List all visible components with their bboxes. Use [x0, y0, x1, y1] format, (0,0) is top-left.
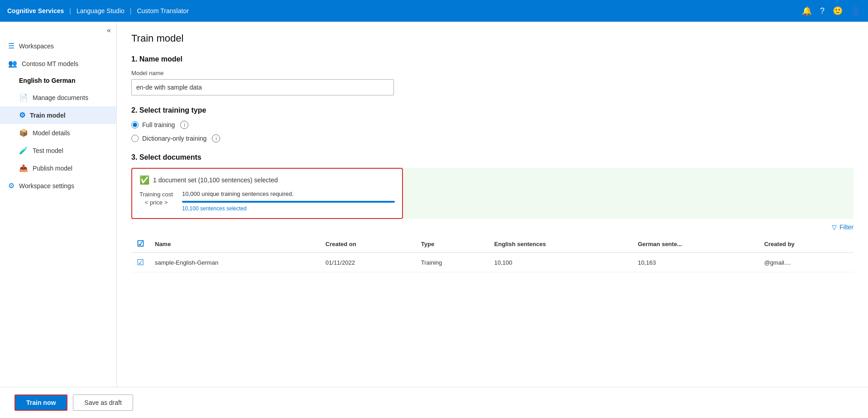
sidebar-item-test-model[interactable]: 🧪 Test model	[0, 142, 116, 159]
full-training-info-icon[interactable]: i	[180, 121, 188, 129]
top-nav: Cognitive Services | Language Studio | C…	[0, 0, 868, 22]
filter-row: ▽ Filter	[131, 219, 854, 233]
cost-detail-text: 10,000 unique training sentences require…	[182, 190, 395, 197]
test-model-icon: 🧪	[19, 146, 28, 155]
col-header-name: Name	[149, 235, 320, 253]
workspaces-label: Workspaces	[19, 43, 108, 50]
sidebar-item-manage-documents[interactable]: 📄 Manage documents	[0, 89, 116, 106]
col-header-check: ☑	[131, 235, 149, 253]
training-type-group: Full training i Dictionary-only training…	[131, 121, 854, 142]
doc-selected-header: ✅ 1 document set (10,100 sentences) sele…	[139, 175, 395, 185]
workspace-settings-label: Workspace settings	[19, 182, 108, 190]
green-spacer	[403, 168, 854, 219]
row-english-sentences: 10,100	[489, 253, 633, 272]
sidebar-item-contoso[interactable]: 👥 Contoso MT models	[0, 55, 116, 72]
col-header-english-sentences: English sentences	[489, 235, 633, 253]
dict-only-label: Dictionary-only training	[142, 135, 206, 142]
dict-only-option[interactable]: Dictionary-only training i	[131, 134, 854, 142]
row-name: sample-English-German	[149, 253, 320, 272]
help-icon[interactable]: ?	[820, 6, 825, 16]
nav-sep-2: |	[130, 7, 132, 14]
dict-only-radio[interactable]	[131, 135, 139, 142]
section2-heading: 2. Select training type	[131, 106, 854, 114]
sidebar: « ☰ Workspaces 👥 Contoso MT models Engli…	[0, 22, 117, 387]
contoso-icon: 👥	[8, 59, 17, 68]
feedback-icon[interactable]: 🙂	[833, 6, 843, 16]
col-header-created-on: Created on	[320, 235, 416, 253]
section-select-documents: 3. Select documents ✅ 1 document set (10…	[131, 153, 854, 272]
selection-check-icon: ✅	[139, 175, 149, 185]
model-name-input[interactable]	[131, 79, 394, 95]
training-cost-detail: 10,000 unique training sentences require…	[182, 190, 395, 212]
filter-label: Filter	[839, 223, 854, 231]
col-header-created-by: Created by	[759, 235, 854, 253]
nav-sep-1: |	[69, 7, 71, 14]
col-header-german-sentences: German sente...	[633, 235, 759, 253]
header-checkbox[interactable]: ☑	[137, 239, 144, 248]
top-nav-right: 🔔 ? 🙂 👤	[802, 6, 861, 16]
row-type: Training	[416, 253, 489, 272]
full-training-label: Full training	[142, 121, 175, 128]
table-header-row: ☑ Name Created on Type English sentences…	[131, 235, 854, 253]
section-name-model: 1. Name model Model name	[131, 55, 854, 95]
publish-model-label: Publish model	[33, 165, 108, 172]
row-check-cell[interactable]: ☑	[131, 253, 149, 272]
contoso-label: Contoso MT models	[22, 60, 108, 67]
sidebar-item-workspace-settings[interactable]: ⚙ Workspace settings	[0, 177, 116, 195]
manage-documents-label: Manage documents	[33, 94, 108, 101]
custom-translator-link[interactable]: Custom Translator	[137, 7, 188, 14]
sidebar-item-english-german[interactable]: English to German	[0, 72, 116, 89]
documents-table: ☑ Name Created on Type English sentences…	[131, 235, 854, 272]
test-model-label: Test model	[33, 147, 108, 154]
publish-model-icon: 📤	[19, 164, 28, 172]
sentences-selected: 10,100 sentences selected	[182, 205, 395, 212]
row-created-by: @gmail....	[759, 253, 854, 272]
filter-button[interactable]: ▽ Filter	[832, 223, 854, 231]
train-model-label: Train model	[30, 112, 108, 119]
sidebar-item-workspaces[interactable]: ☰ Workspaces	[0, 37, 116, 55]
save-draft-button[interactable]: Save as draft	[73, 394, 133, 411]
full-training-option[interactable]: Full training i	[131, 121, 854, 129]
language-studio-link[interactable]: Language Studio	[77, 7, 125, 14]
row-checkbox[interactable]: ☑	[137, 258, 144, 267]
sidebar-item-train-model[interactable]: ⚙ Train model	[0, 106, 116, 124]
model-details-icon: 📦	[19, 128, 28, 137]
section3-heading: 3. Select documents	[131, 153, 854, 162]
model-name-label: Model name	[131, 70, 854, 76]
sidebar-collapse: «	[0, 22, 116, 37]
training-cost-row: Training cost < price > 10,000 unique tr…	[139, 190, 395, 212]
main-content: Train model 1. Name model Model name 2. …	[117, 22, 868, 387]
section-training-type: 2. Select training type Full training i …	[131, 106, 854, 142]
table-row: ☑ sample-English-German 01/11/2022 Train…	[131, 253, 854, 272]
brand-label: Cognitive Services	[7, 7, 64, 14]
col-header-type: Type	[416, 235, 489, 253]
progress-bar-fill	[182, 201, 395, 203]
workspace-settings-icon: ⚙	[8, 181, 14, 190]
sidebar-item-publish-model[interactable]: 📤 Publish model	[0, 159, 116, 177]
filter-icon: ▽	[832, 223, 837, 231]
training-cost-label: Training cost < price >	[139, 190, 173, 207]
section1-heading: 1. Name model	[131, 55, 854, 63]
document-selection-box: ✅ 1 document set (10,100 sentences) sele…	[131, 168, 403, 219]
english-german-label: English to German	[19, 77, 108, 84]
notification-icon[interactable]: 🔔	[802, 6, 812, 16]
page-title: Train model	[131, 33, 854, 44]
collapse-icon[interactable]: «	[107, 26, 111, 34]
sidebar-item-model-details[interactable]: 📦 Model details	[0, 124, 116, 142]
model-details-label: Model details	[33, 129, 108, 137]
full-training-radio[interactable]	[131, 121, 139, 128]
train-now-button[interactable]: Train now	[14, 394, 67, 411]
row-created-on: 01/11/2022	[320, 253, 416, 272]
manage-documents-icon: 📄	[19, 93, 28, 102]
train-model-icon: ⚙	[19, 111, 25, 119]
row-german-sentences: 10,163	[633, 253, 759, 272]
dict-only-info-icon[interactable]: i	[212, 134, 220, 142]
selection-summary: 1 document set (10,100 sentences) select…	[153, 176, 278, 184]
action-bar: Train now Save as draft	[0, 387, 868, 418]
progress-bar	[182, 201, 395, 203]
account-icon[interactable]: 👤	[851, 6, 861, 16]
workspaces-icon: ☰	[8, 42, 14, 50]
